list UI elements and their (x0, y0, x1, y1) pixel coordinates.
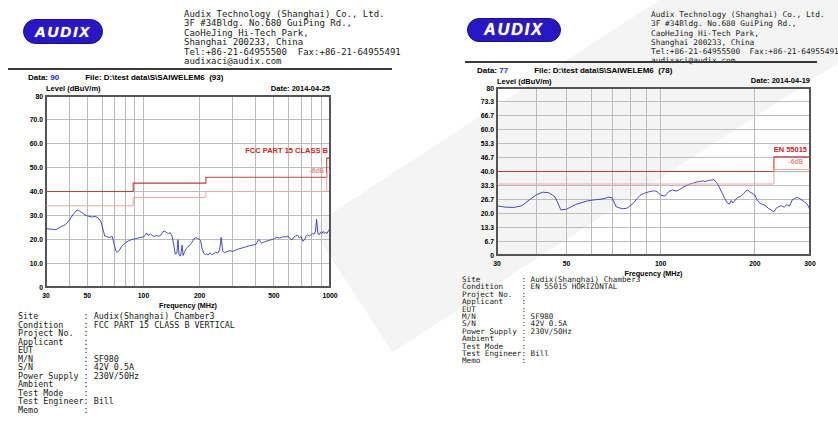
svg-text:80: 80 (486, 85, 494, 92)
svg-text:50: 50 (563, 260, 571, 267)
file-path-value: D:\test data\S\SAIWELEM6 (78) (553, 66, 673, 75)
svg-text:50: 50 (84, 292, 92, 299)
data-file-line: Data: 90File: D:\test data\S\SAIWELEM6 (… (28, 73, 223, 82)
svg-text:EN 55015: EN 55015 (774, 145, 807, 154)
svg-text:40.0: 40.0 (30, 188, 43, 195)
company-address: Audix Technology (Shanghai) Co., Ltd. 3F… (184, 10, 401, 66)
svg-text:60.0: 60.0 (481, 126, 494, 133)
panel-left: AUDIX Audix Technology (Shanghai) Co., L… (0, 0, 419, 422)
data-count-label: Data: (28, 73, 48, 82)
file-path-label: File: (85, 73, 101, 82)
emissions-chart-fcc: 8070.060.050.040.030.020.010.00305010020… (0, 92, 345, 314)
audix-logo: AUDIX (467, 18, 561, 42)
report-page: AUDIX Audix Technology (Shanghai) Co., L… (0, 0, 838, 422)
svg-text:300: 300 (804, 260, 816, 267)
company-address: Audix Technology (Shanghai) Co., Ltd. 3F… (651, 10, 838, 66)
svg-text:53.3: 53.3 (481, 140, 494, 147)
file-path-label: File: (534, 66, 550, 75)
site-info-block: Site : Audix(Shanghai) Chamber3 Conditio… (462, 276, 640, 365)
svg-text:26.7: 26.7 (481, 196, 494, 203)
data-count-label: Data: (477, 66, 497, 75)
svg-text:1000: 1000 (322, 292, 337, 299)
svg-text:0: 0 (490, 252, 494, 259)
svg-text:30.0: 30.0 (30, 212, 43, 219)
svg-text:30: 30 (42, 292, 50, 299)
file-path-value: D:\test data\S\SAIWELEM6 (93) (104, 73, 224, 82)
svg-text:50.0: 50.0 (30, 164, 43, 171)
data-count-value: 77 (499, 66, 508, 75)
svg-text:60.0: 60.0 (30, 140, 43, 147)
svg-text:6.7: 6.7 (485, 238, 495, 245)
svg-text:100: 100 (655, 260, 667, 267)
emissions-chart-en55015: 8073.366.760.053.346.740.033.326.720.013… (419, 84, 824, 280)
audix-logo: AUDIX (23, 19, 103, 44)
svg-text:20.0: 20.0 (30, 236, 43, 243)
separator-rule (8, 68, 392, 70)
svg-text:66.7: 66.7 (481, 112, 494, 119)
svg-text:200: 200 (194, 292, 206, 299)
separator-rule (465, 61, 817, 63)
svg-text:30: 30 (493, 260, 501, 267)
svg-text:20.0: 20.0 (481, 210, 494, 217)
svg-text:33.3: 33.3 (481, 182, 494, 189)
data-file-line: Data: 77File: D:\test data\S\SAIWELEM6 (… (477, 66, 672, 75)
svg-text:FCC PART 15 CLASS B: FCC PART 15 CLASS B (245, 146, 328, 155)
svg-text:-6dB: -6dB (310, 167, 325, 174)
svg-text:73.3: 73.3 (481, 98, 494, 105)
svg-text:10.0: 10.0 (30, 260, 43, 267)
svg-text:70.0: 70.0 (30, 116, 43, 123)
svg-text:500: 500 (268, 292, 280, 299)
svg-text:40.0: 40.0 (481, 168, 494, 175)
svg-text:80: 80 (35, 93, 43, 100)
svg-text:-6dB: -6dB (789, 158, 804, 165)
svg-text:13.3: 13.3 (481, 224, 494, 231)
data-count-value: 90 (50, 73, 59, 82)
svg-text:Frequency (MHz): Frequency (MHz) (159, 301, 218, 310)
site-info-block: Site : Audix(Shanghai) Chamber3 Conditio… (18, 312, 235, 414)
panel-right: AUDIX Audix Technology (Shanghai) Co., L… (419, 0, 838, 422)
svg-text:100: 100 (138, 292, 150, 299)
svg-text:46.7: 46.7 (481, 154, 494, 161)
svg-text:200: 200 (749, 260, 761, 267)
svg-text:0: 0 (39, 284, 43, 291)
